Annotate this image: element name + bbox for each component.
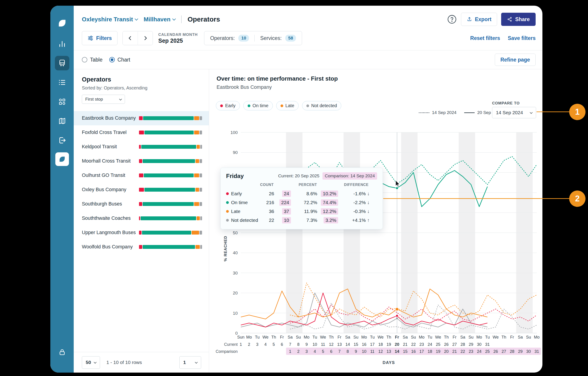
operator-performance-bar [139,131,202,134]
operator-row[interactable]: Souththwaite Coaches [74,211,209,225]
annotation-1-line [536,111,570,112]
export-label: Export [475,16,491,22]
chevron-right-icon [142,35,148,41]
nav-map-icon[interactable] [55,114,69,128]
operator-row[interactable]: Upper Langmouth Buses [74,225,209,240]
svg-text:100: 100 [231,130,238,135]
svg-text:16: 16 [411,349,416,354]
tooltip-row-dot [226,201,229,204]
svg-text:18: 18 [428,349,432,354]
svg-text:Fr: Fr [280,335,284,339]
nav-analytics-icon[interactable] [55,37,69,51]
month-pager [122,31,153,45]
bar-segment-late [197,216,200,220]
breadcrumb-region[interactable]: Millhaven [144,16,175,23]
filters-button[interactable]: Filters [82,31,117,45]
svg-text:11: 11 [370,349,375,354]
bar-segment-late [194,131,199,134]
legend-chip-early[interactable]: Early [216,101,240,110]
svg-text:14: 14 [395,349,399,354]
view-radio-table[interactable]: Table [82,57,103,63]
next-month-button[interactable] [138,31,153,45]
operator-row[interactable]: Keldpool Transit [74,140,209,154]
page-size-select[interactable]: 50 [82,356,100,369]
tooltip-table: COUNTPERCENTDIFFERENCEEarly26248.6%10.2%… [226,183,377,225]
page-number-value: 1 [183,360,186,365]
share-button[interactable]: Share [501,13,536,26]
svg-text:27: 27 [452,342,457,347]
view-radio-chart[interactable]: Chart [109,57,130,63]
stop-filter-select[interactable]: First stop [82,95,125,104]
export-button[interactable]: Export [461,13,497,26]
operator-name: Keldpool Transit [82,144,136,150]
svg-text:11: 11 [321,342,325,347]
page-number-select[interactable]: 1 [179,356,201,369]
previous-month-button[interactable] [123,31,138,45]
breadcrumb-divider [181,15,182,23]
operator-row[interactable]: Oxley Bus Company [74,183,209,197]
breadcrumb-organisation[interactable]: Oxleyshire Transit [82,16,138,23]
compare-to-select[interactable]: 14 Sep 2024 [492,107,536,118]
svg-text:17: 17 [419,349,424,354]
bar-segment-early [139,216,140,220]
help-button[interactable] [447,14,457,24]
refine-page-button[interactable]: Refine page [495,54,536,66]
svg-text:We: We [435,335,441,339]
legend-chip-not-detected[interactable]: Not detected [302,101,341,110]
svg-text:1: 1 [240,342,242,347]
svg-text:10: 10 [313,342,317,347]
bar-segment-late [195,159,199,163]
svg-text:6: 6 [330,349,332,354]
nav-services-list-icon[interactable] [55,75,69,90]
operator-row[interactable]: Moorhall Cross Transit [74,154,209,168]
nav-apps-grid-icon[interactable] [55,94,69,109]
bar-segment-late [197,145,200,149]
topbar: Oxleyshire Transit Millhaven Operators E… [74,6,542,28]
operator-name: Foxfold Cross Travel [82,130,136,135]
tooltip-row-label: Late [226,207,260,216]
bar-segment-not-detected [200,245,202,249]
svg-text:17: 17 [370,342,375,347]
nav-workspace-tile-icon[interactable] [55,152,69,166]
operator-row[interactable]: Woolfold Bus Company [74,240,209,254]
svg-text:Fr: Fr [395,335,399,339]
tooltip-percent-current: 72.2% [299,198,317,207]
operator-performance-bar [139,245,202,249]
svg-text:Mo: Mo [304,335,309,339]
operator-row[interactable]: Oulhurst GO Transit [74,168,209,183]
svg-text:Mo: Mo [534,335,539,339]
nav-operators-bus-icon[interactable] [55,56,69,70]
bar-segment-not-detected [200,188,202,192]
tooltip-count-comparison: 10 [274,216,291,225]
bar-segment-early [139,145,141,149]
nav-sign-out-icon[interactable] [55,133,69,148]
breadcrumb-region-label: Millhaven [144,16,170,23]
tooltip-difference: -1.6% [344,189,366,198]
operator-name: Moorhall Cross Transit [82,158,136,164]
bar-segment-late [194,116,199,120]
tooltip-count-current: 22 [260,216,274,225]
chart-subtitle: Eastbrook Bus Company [217,84,272,90]
lock-icon[interactable] [58,348,66,356]
save-filters-link[interactable]: Save filters [508,35,536,41]
svg-text:Su: Su [296,335,301,339]
annotation-1-marker: 1 [569,104,586,120]
tooltip-percent-comparison: 10.2% [317,189,338,198]
comparison-value-chip: 74.4% [321,199,338,206]
comparison-line-legend: 14 Sep 2024 [419,110,456,115]
reset-filters-link[interactable]: Reset filters [470,35,500,41]
svg-text:12: 12 [378,349,383,354]
operator-row[interactable]: Eastbrook Bus Company [74,111,209,125]
legend-chip-late[interactable]: Late [276,101,299,110]
tooltip-difference: -0.3% [344,207,366,216]
svg-text:4: 4 [314,349,316,354]
operator-row[interactable]: Southburgh Buses [74,197,209,211]
operator-row[interactable]: Foxfold Cross Travel [74,125,209,140]
legend-chip-label: Late [285,103,294,108]
breadcrumb-organisation-label: Oxleyshire Transit [82,16,133,23]
bar-segment-on-time [143,202,194,206]
tooltip-row-name: On time [231,200,248,205]
legend-chip-on-time[interactable]: On time [243,101,273,110]
svg-text:Su: Su [526,335,531,339]
operator-performance-bar [139,188,202,192]
